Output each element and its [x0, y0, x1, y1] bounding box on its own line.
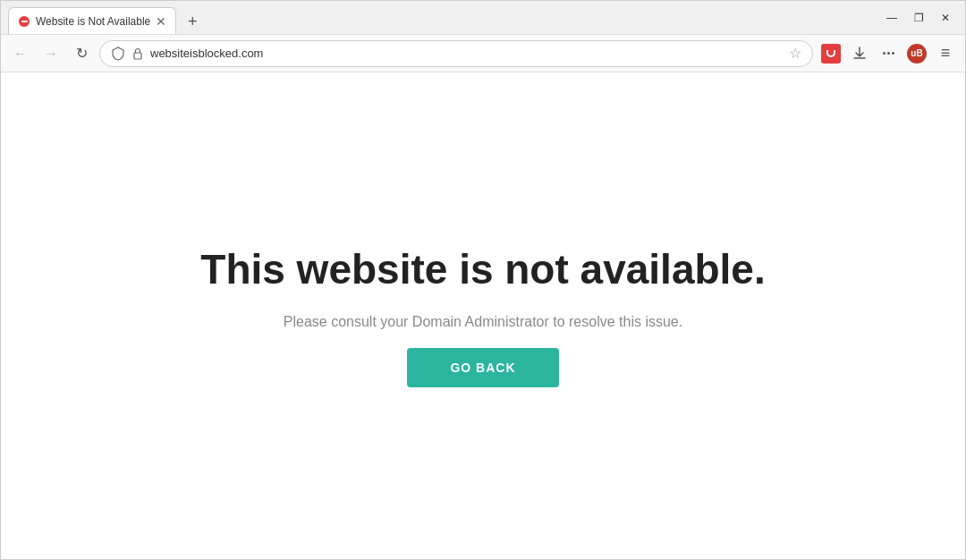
back-button[interactable]: ← — [8, 41, 33, 66]
refresh-icon: ↻ — [76, 45, 88, 62]
shield-icon — [111, 47, 125, 61]
minimize-button[interactable]: — — [879, 5, 904, 30]
download-button[interactable] — [847, 41, 872, 66]
back-icon: ← — [13, 46, 28, 62]
title-bar: Website is Not Available ✕ + — ❐ ✕ — [1, 1, 965, 35]
tab-favicon — [18, 15, 30, 28]
pocket-icon-inner — [826, 50, 835, 57]
page-heading: This website is not available. — [200, 244, 765, 296]
tab-favicon-minus — [21, 21, 28, 22]
bookmark-button[interactable]: ☆ — [789, 45, 801, 62]
tab-favicon-circle — [19, 16, 30, 27]
page-content: This website is not available. Please co… — [1, 72, 965, 559]
refresh-button[interactable]: ↻ — [69, 41, 94, 66]
maximize-button[interactable]: ❐ — [906, 5, 931, 30]
menu-button[interactable]: ≡ — [933, 41, 958, 66]
pocket-button[interactable] — [818, 41, 843, 66]
nav-bar: ← → ↻ websiteisblocked.com ☆ — [1, 35, 965, 72]
close-button[interactable]: ✕ — [933, 5, 958, 30]
ublock-button[interactable]: uB — [904, 41, 929, 66]
toolbar-icons: uB ≡ — [818, 41, 958, 66]
window-controls: — ❐ ✕ — [879, 5, 958, 30]
tabs-area: Website is Not Available ✕ + — [8, 1, 879, 34]
forward-button[interactable]: → — [38, 41, 64, 66]
download-icon — [852, 46, 868, 62]
new-tab-button[interactable]: + — [180, 9, 205, 34]
more-button[interactable] — [876, 41, 901, 66]
address-url: websiteisblocked.com — [150, 47, 784, 60]
go-back-button[interactable]: GO BACK — [407, 348, 558, 387]
ublock-icon: uB — [907, 44, 927, 64]
svg-rect-0 — [134, 53, 141, 59]
active-tab[interactable]: Website is Not Available ✕ — [8, 7, 176, 34]
tab-title: Website is Not Available — [36, 15, 150, 28]
more-icon — [883, 52, 894, 55]
menu-icon: ≡ — [941, 44, 951, 63]
address-bar[interactable]: websiteisblocked.com ☆ — [99, 40, 813, 67]
lock-icon — [131, 47, 145, 61]
page-subtext: Please consult your Domain Administrator… — [284, 314, 682, 330]
browser-window: Website is Not Available ✕ + — ❐ ✕ ← → ↻ — [0, 0, 966, 560]
pocket-icon — [821, 44, 841, 64]
forward-icon: → — [44, 46, 58, 62]
tab-close-button[interactable]: ✕ — [156, 15, 166, 28]
